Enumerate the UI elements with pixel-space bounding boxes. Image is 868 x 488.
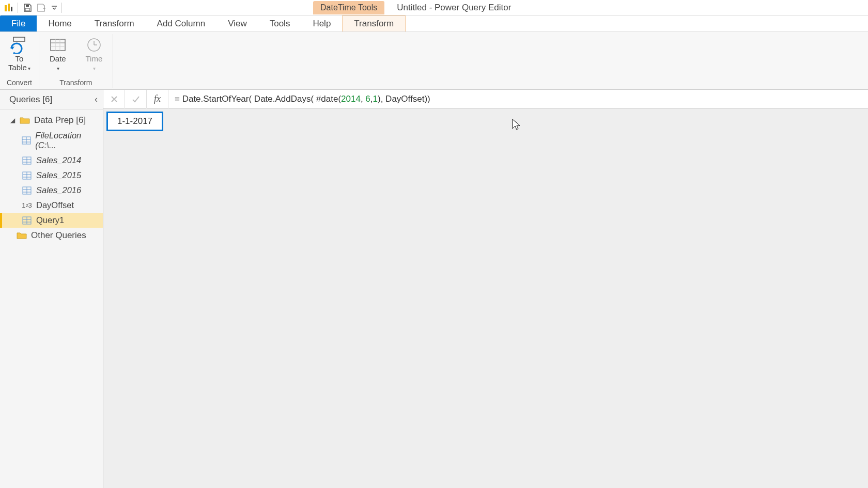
ribbon-tab-row: File Home Transform Add Column View Tool… (0, 15, 868, 32)
content-area: fx = Date.StartOfYear( Date.AddDays( #da… (103, 90, 868, 488)
body: Queries [6] ‹ ◢ Data Prep [6] FileLocati… (0, 90, 868, 488)
tab-home[interactable]: Home (37, 15, 83, 32)
queries-tree: ◢ Data Prep [6] FileLocation (C:\... Sal… (0, 109, 103, 246)
qat-separator (18, 3, 18, 13)
tab-transform[interactable]: Transform (83, 15, 146, 32)
ribbon-group-convert-title: Convert (7, 78, 32, 88)
to-table-button[interactable]: To Table▾ (5, 35, 34, 73)
ribbon-group-convert: To Table▾ Convert (0, 34, 39, 88)
to-table-label: To Table▾ (8, 55, 30, 72)
to-table-icon (9, 36, 29, 54)
tree-folder-data-prep[interactable]: ◢ Data Prep [6] (0, 113, 103, 128)
table-icon (22, 216, 32, 225)
tree-item-sales-2016[interactable]: Sales_2016 (0, 183, 103, 198)
tab-add-column[interactable]: Add Column (146, 15, 217, 32)
tree-folder-label: Data Prep [6] (34, 115, 86, 125)
chevron-down-icon: ▾ (93, 66, 96, 71)
table-icon (22, 156, 32, 165)
ribbon-group-transform: Date▾ Time▾ Transform (39, 34, 113, 88)
data-preview: 1-1-2017 (103, 108, 868, 134)
svg-rect-1 (8, 4, 10, 11)
formula-cancel-button[interactable] (103, 90, 125, 108)
qat-secondary-button[interactable] (36, 2, 48, 14)
svg-rect-4 (25, 8, 29, 11)
result-cell[interactable]: 1-1-2017 (106, 112, 163, 131)
table-icon (22, 186, 32, 195)
tree-item-label: DayOffset (36, 200, 74, 210)
fx-button[interactable]: fx (147, 90, 168, 108)
tree-item-filelocation[interactable]: FileLocation (C:\... (0, 128, 103, 153)
queries-pane-title: Queries [6] (9, 95, 52, 105)
clock-icon (84, 36, 104, 54)
date-button-label: Date▾ (50, 55, 66, 72)
svg-rect-0 (5, 5, 7, 11)
tree-toggle-icon[interactable]: ◢ (10, 117, 16, 124)
formula-commit-button[interactable] (125, 90, 147, 108)
svg-rect-3 (26, 5, 29, 7)
tab-tools[interactable]: Tools (258, 15, 302, 32)
tab-view[interactable]: View (216, 15, 258, 32)
tab-help[interactable]: Help (301, 15, 342, 32)
tab-file[interactable]: File (0, 15, 37, 32)
ribbon: To Table▾ Convert Date▾ (0, 32, 868, 90)
quick-access-toolbar (0, 0, 65, 15)
table-icon (22, 136, 31, 145)
folder-icon (17, 231, 27, 240)
tree-folder-label: Other Queries (31, 230, 86, 241)
folder-icon (20, 116, 30, 125)
tree-item-label: FileLocation (C:\... (35, 131, 99, 150)
number-icon: 123 (22, 201, 32, 210)
tab-context-transform[interactable]: Transform (342, 15, 406, 32)
tree-item-label: Query1 (36, 215, 64, 225)
queries-pane-header: Queries [6] ‹ (0, 90, 103, 109)
fx-icon: fx (154, 93, 161, 104)
tree-item-dayoffset[interactable]: 123 DayOffset (0, 198, 103, 213)
calendar-icon (48, 36, 68, 54)
window-title: Untitled - Power Query Editor (397, 0, 511, 15)
save-button[interactable] (21, 2, 34, 14)
tree-item-label: Sales_2014 (36, 155, 81, 165)
time-button[interactable]: Time▾ (81, 35, 107, 73)
formula-input[interactable]: = Date.StartOfYear( Date.AddDays( #date(… (168, 93, 868, 104)
tree-item-query1[interactable]: Query1 (0, 213, 103, 228)
svg-rect-6 (51, 39, 65, 51)
title-bar: DateTime Tools Untitled - Power Query Ed… (0, 0, 868, 15)
contextual-tab-group: DateTime Tools (313, 0, 384, 15)
tree-item-label: Sales_2016 (36, 185, 81, 195)
table-icon (22, 171, 32, 180)
tree-item-sales-2015[interactable]: Sales_2015 (0, 168, 103, 183)
collapse-pane-button[interactable]: ‹ (95, 94, 98, 105)
svg-rect-2 (11, 7, 12, 11)
time-button-label: Time▾ (85, 55, 102, 72)
chevron-down-icon: ▾ (28, 66, 30, 71)
queries-pane: Queries [6] ‹ ◢ Data Prep [6] FileLocati… (0, 90, 103, 488)
chevron-down-icon: ▾ (57, 66, 59, 71)
tree-folder-other-queries[interactable]: Other Queries (0, 228, 103, 243)
qat-separator (61, 3, 62, 13)
svg-rect-5 (13, 37, 25, 41)
ribbon-group-transform-title: Transform (59, 78, 92, 88)
qat-customize-button[interactable] (50, 2, 58, 14)
tree-item-label: Sales_2015 (36, 170, 81, 180)
date-button[interactable]: Date▾ (44, 35, 71, 73)
formula-bar: fx = Date.StartOfYear( Date.AddDays( #da… (103, 90, 868, 108)
app-icon (2, 2, 14, 14)
tree-item-sales-2014[interactable]: Sales_2014 (0, 153, 103, 168)
contextual-tab-group-label: DateTime Tools (313, 1, 384, 14)
